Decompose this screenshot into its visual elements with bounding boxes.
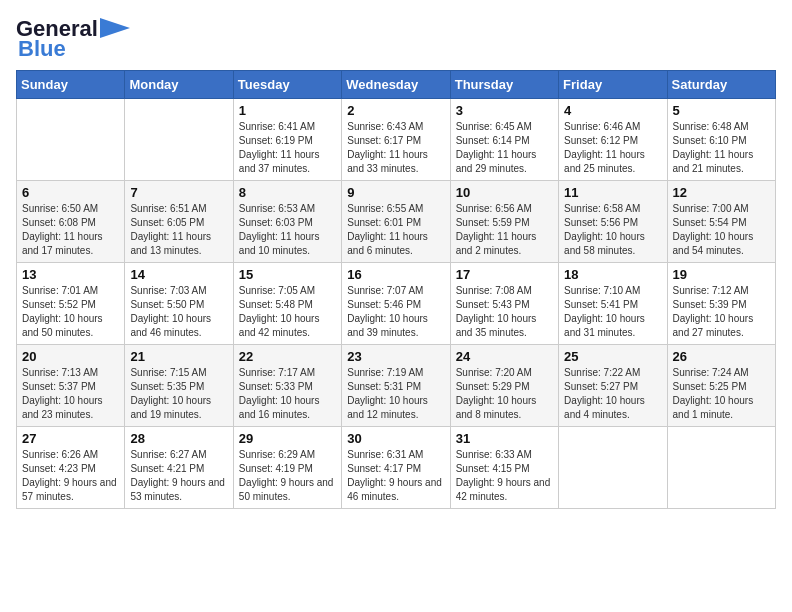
day-info: Sunrise: 7:17 AMSunset: 5:33 PMDaylight:…: [239, 366, 336, 422]
day-info: Sunrise: 7:15 AMSunset: 5:35 PMDaylight:…: [130, 366, 227, 422]
calendar-cell: [125, 99, 233, 181]
calendar-cell: 15Sunrise: 7:05 AMSunset: 5:48 PMDayligh…: [233, 263, 341, 345]
day-number: 16: [347, 267, 444, 282]
day-info: Sunrise: 6:26 AMSunset: 4:23 PMDaylight:…: [22, 448, 119, 504]
calendar-cell: 17Sunrise: 7:08 AMSunset: 5:43 PMDayligh…: [450, 263, 558, 345]
day-info: Sunrise: 7:13 AMSunset: 5:37 PMDaylight:…: [22, 366, 119, 422]
day-number: 10: [456, 185, 553, 200]
calendar-cell: 7Sunrise: 6:51 AMSunset: 6:05 PMDaylight…: [125, 181, 233, 263]
day-info: Sunrise: 6:55 AMSunset: 6:01 PMDaylight:…: [347, 202, 444, 258]
calendar-cell: 6Sunrise: 6:50 AMSunset: 6:08 PMDaylight…: [17, 181, 125, 263]
calendar-cell: 21Sunrise: 7:15 AMSunset: 5:35 PMDayligh…: [125, 345, 233, 427]
page-header: General Blue: [16, 16, 776, 62]
day-number: 28: [130, 431, 227, 446]
day-info: Sunrise: 7:03 AMSunset: 5:50 PMDaylight:…: [130, 284, 227, 340]
day-number: 15: [239, 267, 336, 282]
calendar-cell: 12Sunrise: 7:00 AMSunset: 5:54 PMDayligh…: [667, 181, 775, 263]
weekday-row: SundayMondayTuesdayWednesdayThursdayFrid…: [17, 71, 776, 99]
calendar-cell: 31Sunrise: 6:33 AMSunset: 4:15 PMDayligh…: [450, 427, 558, 509]
day-info: Sunrise: 6:51 AMSunset: 6:05 PMDaylight:…: [130, 202, 227, 258]
calendar-cell: 26Sunrise: 7:24 AMSunset: 5:25 PMDayligh…: [667, 345, 775, 427]
day-number: 9: [347, 185, 444, 200]
calendar-cell: 27Sunrise: 6:26 AMSunset: 4:23 PMDayligh…: [17, 427, 125, 509]
calendar-week-row: 20Sunrise: 7:13 AMSunset: 5:37 PMDayligh…: [17, 345, 776, 427]
day-number: 22: [239, 349, 336, 364]
day-info: Sunrise: 7:12 AMSunset: 5:39 PMDaylight:…: [673, 284, 770, 340]
day-number: 31: [456, 431, 553, 446]
calendar-cell: 10Sunrise: 6:56 AMSunset: 5:59 PMDayligh…: [450, 181, 558, 263]
day-info: Sunrise: 6:56 AMSunset: 5:59 PMDaylight:…: [456, 202, 553, 258]
day-number: 26: [673, 349, 770, 364]
calendar-cell: 18Sunrise: 7:10 AMSunset: 5:41 PMDayligh…: [559, 263, 667, 345]
calendar-cell: 30Sunrise: 6:31 AMSunset: 4:17 PMDayligh…: [342, 427, 450, 509]
calendar-week-row: 27Sunrise: 6:26 AMSunset: 4:23 PMDayligh…: [17, 427, 776, 509]
day-info: Sunrise: 7:22 AMSunset: 5:27 PMDaylight:…: [564, 366, 661, 422]
day-number: 13: [22, 267, 119, 282]
calendar-cell: 5Sunrise: 6:48 AMSunset: 6:10 PMDaylight…: [667, 99, 775, 181]
day-number: 2: [347, 103, 444, 118]
day-number: 1: [239, 103, 336, 118]
day-info: Sunrise: 7:00 AMSunset: 5:54 PMDaylight:…: [673, 202, 770, 258]
calendar-cell: 2Sunrise: 6:43 AMSunset: 6:17 PMDaylight…: [342, 99, 450, 181]
day-number: 24: [456, 349, 553, 364]
calendar-cell: 8Sunrise: 6:53 AMSunset: 6:03 PMDaylight…: [233, 181, 341, 263]
calendar-cell: [17, 99, 125, 181]
day-info: Sunrise: 6:58 AMSunset: 5:56 PMDaylight:…: [564, 202, 661, 258]
calendar-cell: 20Sunrise: 7:13 AMSunset: 5:37 PMDayligh…: [17, 345, 125, 427]
calendar-cell: 28Sunrise: 6:27 AMSunset: 4:21 PMDayligh…: [125, 427, 233, 509]
day-number: 7: [130, 185, 227, 200]
calendar-cell: 24Sunrise: 7:20 AMSunset: 5:29 PMDayligh…: [450, 345, 558, 427]
calendar-cell: [559, 427, 667, 509]
svg-marker-0: [100, 18, 130, 38]
day-number: 29: [239, 431, 336, 446]
weekday-header: Saturday: [667, 71, 775, 99]
calendar-cell: 13Sunrise: 7:01 AMSunset: 5:52 PMDayligh…: [17, 263, 125, 345]
logo-blue: Blue: [16, 36, 66, 62]
day-number: 27: [22, 431, 119, 446]
weekday-header: Friday: [559, 71, 667, 99]
weekday-header: Thursday: [450, 71, 558, 99]
day-number: 14: [130, 267, 227, 282]
day-info: Sunrise: 6:46 AMSunset: 6:12 PMDaylight:…: [564, 120, 661, 176]
calendar-cell: 16Sunrise: 7:07 AMSunset: 5:46 PMDayligh…: [342, 263, 450, 345]
day-number: 8: [239, 185, 336, 200]
day-info: Sunrise: 6:50 AMSunset: 6:08 PMDaylight:…: [22, 202, 119, 258]
calendar-week-row: 1Sunrise: 6:41 AMSunset: 6:19 PMDaylight…: [17, 99, 776, 181]
day-info: Sunrise: 7:05 AMSunset: 5:48 PMDaylight:…: [239, 284, 336, 340]
day-number: 17: [456, 267, 553, 282]
day-number: 20: [22, 349, 119, 364]
weekday-header: Wednesday: [342, 71, 450, 99]
calendar-header: SundayMondayTuesdayWednesdayThursdayFrid…: [17, 71, 776, 99]
day-number: 18: [564, 267, 661, 282]
day-info: Sunrise: 6:33 AMSunset: 4:15 PMDaylight:…: [456, 448, 553, 504]
day-number: 21: [130, 349, 227, 364]
calendar-body: 1Sunrise: 6:41 AMSunset: 6:19 PMDaylight…: [17, 99, 776, 509]
weekday-header: Monday: [125, 71, 233, 99]
day-info: Sunrise: 6:27 AMSunset: 4:21 PMDaylight:…: [130, 448, 227, 504]
day-number: 23: [347, 349, 444, 364]
day-info: Sunrise: 6:48 AMSunset: 6:10 PMDaylight:…: [673, 120, 770, 176]
day-info: Sunrise: 7:19 AMSunset: 5:31 PMDaylight:…: [347, 366, 444, 422]
calendar-cell: 4Sunrise: 6:46 AMSunset: 6:12 PMDaylight…: [559, 99, 667, 181]
day-number: 12: [673, 185, 770, 200]
day-number: 19: [673, 267, 770, 282]
day-info: Sunrise: 7:07 AMSunset: 5:46 PMDaylight:…: [347, 284, 444, 340]
logo-arrow-icon: [100, 18, 130, 38]
calendar-cell: 25Sunrise: 7:22 AMSunset: 5:27 PMDayligh…: [559, 345, 667, 427]
calendar-cell: 3Sunrise: 6:45 AMSunset: 6:14 PMDaylight…: [450, 99, 558, 181]
calendar-cell: 1Sunrise: 6:41 AMSunset: 6:19 PMDaylight…: [233, 99, 341, 181]
day-info: Sunrise: 7:08 AMSunset: 5:43 PMDaylight:…: [456, 284, 553, 340]
calendar-cell: 11Sunrise: 6:58 AMSunset: 5:56 PMDayligh…: [559, 181, 667, 263]
calendar-cell: 29Sunrise: 6:29 AMSunset: 4:19 PMDayligh…: [233, 427, 341, 509]
day-info: Sunrise: 6:45 AMSunset: 6:14 PMDaylight:…: [456, 120, 553, 176]
day-info: Sunrise: 6:43 AMSunset: 6:17 PMDaylight:…: [347, 120, 444, 176]
logo: General Blue: [16, 16, 130, 62]
calendar-table: SundayMondayTuesdayWednesdayThursdayFrid…: [16, 70, 776, 509]
day-number: 5: [673, 103, 770, 118]
day-info: Sunrise: 7:10 AMSunset: 5:41 PMDaylight:…: [564, 284, 661, 340]
calendar-cell: 19Sunrise: 7:12 AMSunset: 5:39 PMDayligh…: [667, 263, 775, 345]
calendar-week-row: 13Sunrise: 7:01 AMSunset: 5:52 PMDayligh…: [17, 263, 776, 345]
day-number: 11: [564, 185, 661, 200]
calendar-week-row: 6Sunrise: 6:50 AMSunset: 6:08 PMDaylight…: [17, 181, 776, 263]
day-number: 6: [22, 185, 119, 200]
